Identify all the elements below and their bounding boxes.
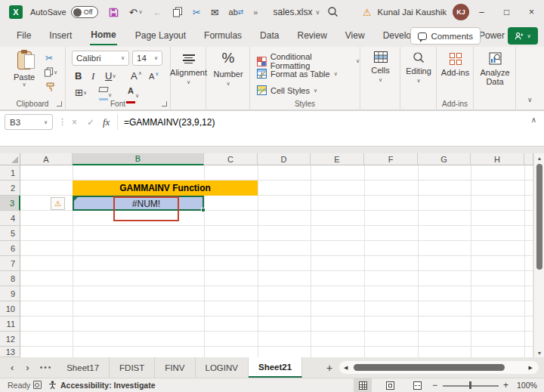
normal-view-button[interactable] [354,378,372,392]
autosave-toggle[interactable]: Off [71,6,98,18]
format-as-table-button[interactable]: Format as Table ∨ [257,69,338,79]
formula-input[interactable]: =GAMMAINV(23,9,12) [124,117,215,128]
share-button[interactable]: ∨ [508,27,538,45]
save-button[interactable] [108,7,119,18]
page-layout-view-button[interactable] [381,378,399,392]
next-sheet-button[interactable]: › [20,362,35,373]
name-box[interactable]: B3∨ [5,114,53,130]
analyze-data-button[interactable]: Analyze Data [474,52,516,86]
close-button[interactable]: × [519,0,544,24]
cell-styles-button[interactable]: Cell Styles ∨ [257,85,317,95]
vertical-scroll-thumb[interactable] [536,164,542,270]
row-header-9[interactable]: 9 [0,286,20,301]
row-header-5[interactable]: 5 [0,226,20,241]
tab-review[interactable]: Review [288,24,335,47]
tab-view[interactable]: View [336,24,374,47]
cut-button[interactable]: ✂ [193,7,201,18]
vertical-scrollbar[interactable]: ▲ ▼ [533,153,544,357]
alert-warning-icon[interactable]: ⚠ [363,7,372,18]
italic-button[interactable]: I [91,70,94,82]
sheet-tab-sheet21[interactable]: Sheet21 [249,357,302,378]
grow-font-button[interactable]: A∧ [131,70,142,82]
fill-handle[interactable] [201,208,206,212]
column-header-g[interactable]: G [418,153,471,165]
clipboard-dialog-launcher[interactable] [57,101,62,106]
tab-page-layout[interactable]: Page Layout [126,24,195,47]
maximize-button[interactable]: □ [494,0,519,24]
select-all-corner[interactable] [0,153,20,165]
macro-record-icon[interactable] [33,381,42,389]
user-name[interactable]: Kunal Jai Kaushik [378,8,447,17]
sheet-tab-sheet17[interactable]: Sheet17 [57,357,110,378]
redo-button[interactable]: ← [153,7,162,18]
addins-button[interactable]: Add-ins [437,53,474,77]
column-header-c[interactable]: C [204,153,258,165]
column-header-e[interactable]: E [311,153,364,165]
tab-formulas[interactable]: Formulas [195,24,251,47]
borders-button[interactable]: ⊞∨ [75,87,87,98]
file-name[interactable]: sales.xlsx∨ [273,7,320,17]
undo-button[interactable]: ↶∨ [129,7,143,18]
shrink-font-button[interactable]: A∨ [149,72,159,81]
editing-button[interactable]: Editing ∨ [400,51,437,84]
row-header-3[interactable]: 3 [0,196,20,211]
prev-sheet-button[interactable]: ‹ [5,362,20,373]
scroll-down-icon[interactable]: ▼ [534,348,544,357]
sheet-tab-loginv[interactable]: LOGINV [196,357,249,378]
banner-cell-b2[interactable]: GAMMAINV Function [73,181,258,196]
accessibility-status[interactable]: Accessibility: Investigate [48,381,155,390]
font-dialog-launcher[interactable] [162,101,167,106]
enter-button[interactable]: ✓ [87,117,94,128]
row-header-6[interactable]: 6 [0,241,20,256]
tab-insert[interactable]: Insert [40,24,81,47]
column-header-b[interactable]: B [73,153,204,165]
row-header-8[interactable]: 8 [0,271,20,286]
page-break-view-button[interactable] [408,378,426,392]
row-header-1[interactable]: 1 [0,165,20,181]
row-header-7[interactable]: 7 [0,256,20,271]
zoom-out-button[interactable]: − [432,380,437,390]
name-box-resize-handle[interactable]: ⋮ [58,117,66,127]
horizontal-scroll-thumb[interactable] [354,364,505,371]
row-header-2[interactable]: 2 [0,181,20,196]
row-header-12[interactable]: 12 [0,332,20,347]
avatar[interactable]: KJ [453,4,469,20]
scroll-right-icon[interactable]: ▶ [524,365,537,371]
alignment-button[interactable]: Alignment ∨ [171,53,206,85]
zoom-in-button[interactable]: + [503,380,508,390]
replace-button[interactable]: ab⇄ [229,8,244,17]
email-button[interactable]: ✉ [211,7,219,18]
row-header-13[interactable]: 13 [0,347,20,357]
more-sheets-button[interactable]: ••• [36,363,57,372]
row-header-11[interactable]: 11 [0,316,20,332]
column-header-a[interactable]: A [20,153,73,165]
paste-button[interactable]: Paste ∨ [9,51,39,88]
new-sheet-button[interactable]: + [319,362,340,374]
cells-button[interactable]: Cells ∨ [360,51,400,83]
collapse-ribbon-button[interactable]: ∨ [527,96,533,103]
tab-file[interactable]: File [8,24,40,47]
copy-button[interactable]: ∨ [44,67,57,77]
insert-function-button[interactable]: fx [103,116,110,128]
tab-data[interactable]: Data [251,24,288,47]
cut-button[interactable]: ✂ [45,53,53,63]
sheet-tab-finv[interactable]: FINV [155,357,195,378]
format-painter-button[interactable] [45,82,55,92]
zoom-level[interactable]: 100% [517,381,537,390]
bold-button[interactable]: B [75,70,82,82]
copy-button[interactable] [172,7,183,17]
comments-button[interactable]: Comments [410,27,481,45]
column-header-f[interactable]: F [364,153,418,165]
font-size-select[interactable]: 14∨ [132,51,162,66]
scroll-up-icon[interactable]: ▲ [534,153,544,162]
search-button[interactable] [327,6,338,17]
zoom-slider-thumb[interactable] [469,381,471,389]
tab-home[interactable]: Home [81,24,125,47]
minimize-button[interactable]: – [469,0,494,24]
column-header-d[interactable]: D [258,153,311,165]
row-header-10[interactable]: 10 [0,301,20,316]
horizontal-scrollbar[interactable]: ◀ ▶ [339,361,539,374]
number-button[interactable]: % Number ∨ [206,50,250,87]
more-commands-button[interactable]: » [253,8,258,17]
underline-button[interactable]: U∨ [105,70,116,82]
